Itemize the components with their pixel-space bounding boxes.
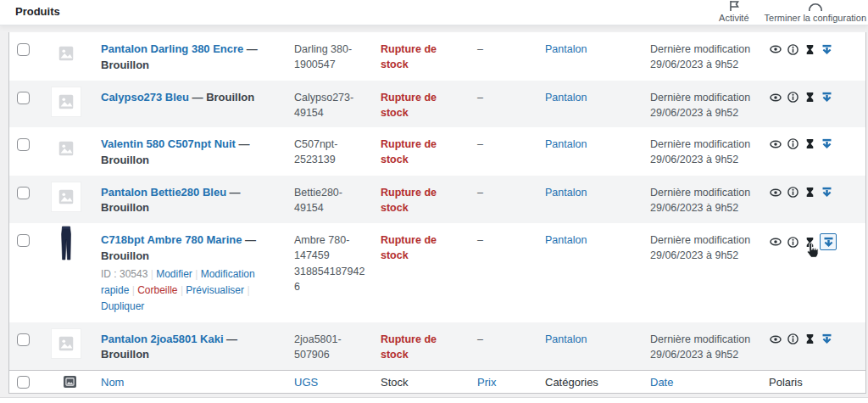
column-header-sku[interactable]: UGS — [294, 376, 318, 389]
bottom-divider — [0, 397, 868, 403]
stock-status: Rupture de stock — [381, 43, 437, 70]
row-actions: ID : 30543 | Modifier | Modification rap… — [101, 266, 281, 316]
image-placeholder-icon — [52, 182, 81, 211]
column-header-price[interactable]: Prix — [477, 376, 496, 389]
view-icon[interactable] — [769, 186, 782, 199]
product-thumbnail — [45, 176, 94, 224]
stock-status: Rupture de stock — [381, 138, 437, 165]
hourglass-icon[interactable] — [803, 42, 816, 56]
row-checkbox[interactable] — [17, 43, 30, 56]
product-thumbnail — [45, 32, 94, 81]
column-header-stock: Stock — [374, 376, 470, 389]
download-icon[interactable] — [820, 186, 833, 199]
hourglass-icon[interactable] — [803, 137, 816, 151]
product-name-cell: Calypso273 Bleu — Brouillon — [94, 81, 287, 127]
table-row: Calypso273 Bleu — Brouillon Calypso273-4… — [9, 81, 865, 127]
hourglass-icon[interactable] — [803, 333, 816, 346]
finish-setup-button[interactable]: Terminer la configuration — [765, 0, 866, 25]
products-admin-screen: Produits Activité Terminer la configurat… — [0, 0, 868, 403]
date-cell: Dernière modification 29/06/2023 à 9h52 — [643, 81, 762, 127]
info-icon[interactable] — [786, 137, 799, 151]
info-icon[interactable] — [786, 333, 799, 346]
category-link[interactable]: Pantalon — [545, 138, 587, 150]
hourglass-icon[interactable] — [803, 186, 816, 199]
top-bar: Produits Activité Terminer la configurat… — [0, 0, 868, 25]
category-link[interactable]: Pantalon — [545, 333, 587, 345]
image-placeholder-icon — [52, 87, 81, 116]
column-header-date[interactable]: Date — [650, 376, 673, 389]
download-icon[interactable] — [820, 42, 833, 56]
topbar-actions: Activité Terminer la configuration — [719, 0, 866, 25]
info-icon[interactable] — [786, 91, 799, 104]
progress-circle-icon — [808, 1, 823, 11]
download-icon[interactable] — [820, 137, 833, 151]
date-cell: Dernière modification 29/06/2023 à 9h52 — [643, 32, 762, 81]
product-image — [52, 230, 81, 259]
info-icon[interactable] — [786, 235, 799, 249]
download-icon[interactable] — [820, 233, 837, 250]
product-thumbnail — [45, 81, 94, 127]
modified-label: Dernière modification — [650, 185, 755, 200]
product-link[interactable]: Calypso273 Bleu — [101, 91, 189, 104]
flag-icon — [728, 1, 740, 11]
row-checkbox[interactable] — [17, 138, 30, 151]
product-link[interactable]: Pantalon 2joa5801 Kaki — [101, 333, 224, 345]
info-icon[interactable] — [786, 186, 799, 199]
row-checkbox[interactable] — [17, 187, 30, 199]
hourglass-icon[interactable] — [803, 235, 816, 249]
price-cell: – — [470, 127, 538, 176]
polaris-cell — [762, 322, 865, 371]
product-link[interactable]: C718bpt Ambre 780 Marine — [101, 233, 242, 246]
row-checkbox[interactable] — [17, 333, 30, 346]
column-header-categories: Catégories — [538, 376, 643, 389]
duplicate-link[interactable]: Dupliquer — [101, 300, 144, 312]
product-thumbnail — [45, 127, 94, 176]
product-link[interactable]: Pantalon Bettie280 Bleu — [101, 186, 226, 199]
table-footer-header: Nom UGS Stock Prix Catégories Date Polar… — [9, 370, 865, 393]
stock-status: Rupture de stock — [381, 333, 437, 361]
modified-label: Dernière modification — [650, 42, 755, 57]
column-header-name[interactable]: Nom — [101, 376, 124, 389]
products-table: Pantalon Darling 380 Encre — Brouillon D… — [8, 32, 866, 394]
product-link[interactable]: Valentin 580 C507npt Nuit — [101, 137, 236, 150]
stock-status: Rupture de stock — [381, 234, 437, 261]
activity-button[interactable]: Activité — [719, 0, 748, 25]
category-link[interactable]: Pantalon — [545, 43, 587, 55]
view-icon[interactable] — [769, 91, 782, 104]
table-row: Pantalon Bettie280 Bleu — Brouillon Bett… — [9, 176, 865, 224]
view-icon[interactable] — [769, 235, 782, 249]
image-placeholder-icon — [52, 134, 81, 163]
row-checkbox[interactable] — [17, 92, 30, 104]
product-name-cell: C718bpt Ambre 780 Marine — Brouillon ID … — [94, 223, 287, 322]
select-all-checkbox[interactable] — [17, 376, 30, 389]
row-checkbox[interactable] — [17, 234, 30, 247]
download-icon[interactable] — [820, 91, 833, 104]
category-link[interactable]: Pantalon — [545, 187, 587, 199]
view-icon[interactable] — [769, 333, 782, 346]
trash-link[interactable]: Corbeille — [137, 284, 177, 296]
edit-link[interactable]: Modifier — [156, 268, 192, 280]
preview-link[interactable]: Prévisualiser — [186, 284, 244, 296]
info-icon[interactable] — [786, 42, 799, 56]
modified-date: 29/06/2023 à 9h52 — [650, 248, 755, 263]
download-icon[interactable] — [820, 333, 833, 346]
view-icon[interactable] — [769, 42, 782, 56]
product-link[interactable]: Pantalon Darling 380 Encre — [101, 42, 243, 55]
sku-cell: Calypso273-49154 — [287, 81, 374, 127]
date-cell: Dernière modification 29/06/2023 à 9h52 — [643, 176, 762, 224]
category-link[interactable]: Pantalon — [545, 92, 587, 104]
product-name-cell: Pantalon Darling 380 Encre — Brouillon — [94, 32, 287, 81]
stock-status: Rupture de stock — [381, 92, 437, 119]
price-cell: – — [470, 176, 538, 224]
price-cell: – — [470, 81, 538, 127]
modified-label: Dernière modification — [650, 90, 755, 105]
activity-label: Activité — [719, 13, 748, 23]
category-link[interactable]: Pantalon — [545, 234, 587, 246]
modified-date: 29/06/2023 à 9h52 — [650, 152, 755, 167]
table-row: Pantalon 2joa5801 Kaki — Brouillon 2joa5… — [9, 322, 865, 371]
view-icon[interactable] — [769, 137, 782, 151]
modified-date: 29/06/2023 à 9h52 — [650, 347, 755, 362]
price-cell: – — [470, 322, 538, 371]
modified-label: Dernière modification — [650, 332, 755, 347]
hourglass-icon[interactable] — [803, 91, 816, 104]
